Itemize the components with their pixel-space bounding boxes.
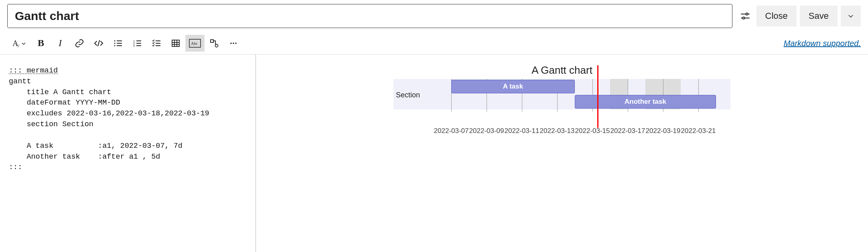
gantt-tick-label: 2022-03-17 (610, 127, 645, 135)
close-button[interactable]: Close (756, 6, 797, 26)
table-icon (171, 38, 180, 48)
save-options-button[interactable] (841, 6, 861, 26)
mermaid-button[interactable] (205, 35, 224, 52)
code-line: gantt (9, 77, 31, 86)
code-opener: ::: mermaid (9, 67, 58, 75)
svg-point-33 (235, 42, 237, 44)
title-input[interactable] (7, 4, 732, 28)
save-button[interactable]: Save (800, 6, 838, 26)
more-button[interactable] (224, 35, 243, 52)
gantt-tick-label: 2022-03-13 (540, 127, 575, 135)
svg-point-11 (114, 42, 116, 44)
italic-button[interactable]: I (51, 35, 70, 52)
checklist-button[interactable] (147, 35, 166, 52)
editor-split: ::: mermaid gantt title A Gantt chart da… (0, 54, 868, 252)
gantt-section-label: Section (396, 91, 420, 99)
gantt-tick-label: 2022-03-15 (575, 127, 610, 135)
code-closer: ::: (9, 163, 22, 171)
text-style-icon: A y (12, 38, 26, 48)
gantt-plot-area: Section A task Another (393, 79, 730, 127)
svg-point-10 (114, 40, 116, 41)
table-button[interactable] (166, 35, 185, 52)
svg-point-3 (742, 17, 744, 19)
code-line: dateFormat YYYY-MM-DD (9, 99, 120, 107)
gantt-chart: A Gantt chart Section (393, 64, 730, 139)
numbered-list-icon: 123 (132, 38, 142, 48)
svg-point-30 (215, 44, 218, 47)
bold-button[interactable]: B (31, 35, 51, 52)
link-icon (75, 38, 84, 48)
diagram-icon (209, 38, 219, 48)
page-root: Close Save A y B I (0, 0, 868, 252)
gantt-tick-label: 2022-03-07 (434, 127, 469, 135)
code-content: ::: mermaid gantt title A Gantt chart da… (9, 66, 247, 173)
svg-text:Abc: Abc (191, 41, 198, 46)
svg-line-6 (98, 40, 99, 46)
bullet-list-icon (113, 38, 123, 48)
code-button[interactable] (89, 35, 108, 52)
code-line: excludes 2022-03-16,2022-03-18,2022-03-1… (9, 109, 209, 118)
text-style-button[interactable]: A y (7, 35, 31, 52)
gantt-tick-label: 2022-03-19 (646, 127, 681, 135)
bullet-list-button[interactable] (108, 35, 128, 52)
gantt-tick-label: 2022-03-11 (505, 127, 539, 135)
preview-pane: A Gantt chart Section (256, 54, 868, 252)
gantt-title: A Gantt chart (393, 64, 730, 77)
settings-button[interactable] (737, 8, 753, 24)
gantt-tick-label: 2022-03-21 (681, 127, 716, 135)
code-line: Another task :after a1 , 5d (9, 153, 160, 161)
gantt-axis: 2022-03-07 2022-03-09 2022-03-11 2022-03… (393, 127, 730, 139)
gantt-today-marker (597, 65, 598, 128)
gantt-bar-task1: A task (451, 80, 575, 93)
header-actions: Close Save (737, 6, 861, 26)
code-icon (93, 38, 104, 48)
svg-text:y: y (17, 42, 20, 48)
checklist-icon (152, 38, 161, 48)
svg-text:3: 3 (133, 44, 135, 47)
markdown-toggle-button[interactable]: Abc (185, 35, 205, 52)
svg-rect-22 (172, 40, 179, 46)
chevron-down-icon (847, 12, 854, 20)
header: Close Save (0, 0, 868, 32)
markdown-supported-link[interactable]: Markdown supported. (784, 38, 861, 48)
numbered-list-button[interactable]: 123 (128, 35, 147, 52)
svg-point-31 (230, 42, 232, 44)
gantt-bar-task2: Another task (575, 95, 716, 109)
gantt-tick-label: 2022-03-09 (469, 127, 504, 135)
svg-point-32 (233, 42, 234, 44)
toolbar: A y B I (0, 32, 868, 54)
markdown-editor[interactable]: ::: mermaid gantt title A Gantt chart da… (0, 54, 256, 252)
link-button[interactable] (70, 35, 89, 52)
svg-point-1 (746, 13, 748, 15)
ellipsis-icon (229, 38, 238, 48)
code-line: title A Gantt chart (9, 88, 111, 97)
code-line: section Section (9, 120, 93, 129)
svg-rect-29 (211, 40, 213, 42)
svg-point-12 (114, 45, 116, 46)
abc-icon: Abc (189, 39, 201, 48)
sliders-icon (740, 11, 750, 21)
code-line: A task :a1, 2022-03-07, 7d (9, 142, 183, 150)
